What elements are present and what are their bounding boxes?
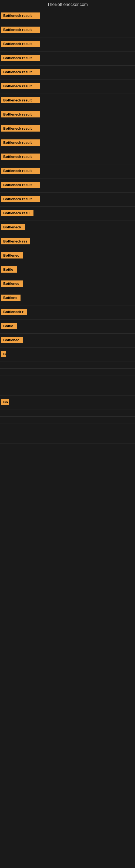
list-item: Bottlenec bbox=[0, 277, 135, 291]
list-item: Bottleneck result bbox=[0, 94, 135, 108]
bottleneck-result-bar[interactable]: Bottleneck result bbox=[1, 83, 40, 89]
list-item: Bottleneck result bbox=[0, 23, 135, 37]
list-item: Bottleneck result bbox=[0, 150, 135, 164]
list-item: Bottleneck result bbox=[0, 66, 135, 80]
bottleneck-result-bar[interactable]: Bottleneck res bbox=[1, 238, 30, 244]
list-item: Bo bbox=[0, 396, 135, 410]
list-item: Bottleneck res bbox=[0, 235, 135, 249]
bottleneck-result-bar[interactable]: Bottleneck result bbox=[1, 41, 40, 47]
bottleneck-result-bar[interactable]: Bottleneck result bbox=[1, 182, 40, 188]
bottleneck-result-bar[interactable]: Bottleneck result bbox=[1, 111, 40, 118]
bottleneck-result-bar[interactable]: Bottle bbox=[1, 323, 17, 329]
bottleneck-result-bar[interactable]: Bottleneck result bbox=[1, 55, 40, 61]
site-title: TheBottlenecker.com bbox=[0, 0, 135, 9]
bottleneck-result-bar[interactable]: Bottleneck result bbox=[1, 154, 40, 160]
list-item: Bottleneck result bbox=[0, 108, 135, 122]
bottleneck-result-bar[interactable]: Bottleneck result bbox=[1, 12, 40, 19]
list-item bbox=[0, 382, 135, 389]
list-item bbox=[0, 410, 135, 416]
list-item: Bottle bbox=[0, 263, 135, 277]
bottleneck-result-bar[interactable]: Bottleneck result bbox=[1, 167, 40, 174]
list-item: Bottleneck result bbox=[0, 9, 135, 23]
bottleneck-result-bar[interactable]: Bottleneck bbox=[1, 224, 25, 230]
list-item: Bottlene bbox=[0, 291, 135, 305]
bottleneck-result-bar[interactable]: Bottleneck result bbox=[1, 196, 40, 202]
list-item bbox=[0, 430, 135, 437]
bottleneck-result-bar[interactable]: Bottlene bbox=[1, 294, 20, 301]
list-item: Bottleneck result bbox=[0, 164, 135, 179]
list-item: B bbox=[0, 348, 135, 362]
list-item bbox=[0, 437, 135, 444]
list-item: Bottleneck result bbox=[0, 37, 135, 52]
list-item: Bottleneck bbox=[0, 221, 135, 235]
list-item bbox=[0, 416, 135, 424]
list-item: Bottleneck result bbox=[0, 179, 135, 193]
list-item: Bottleneck result bbox=[0, 193, 135, 207]
list-item: Bottleneck result bbox=[0, 80, 135, 94]
bottleneck-result-bar[interactable]: B bbox=[1, 351, 6, 357]
list-item bbox=[0, 369, 135, 375]
list-item: Bottlenec bbox=[0, 249, 135, 263]
list-item bbox=[0, 362, 135, 369]
list-item: Bottleneck result bbox=[0, 122, 135, 136]
bottleneck-result-bar[interactable]: Bo bbox=[1, 399, 9, 405]
bottleneck-result-bar[interactable]: Bottlenec bbox=[1, 252, 23, 258]
list-item: Bottleneck result bbox=[0, 136, 135, 150]
bottleneck-result-bar[interactable]: Bottleneck result bbox=[1, 27, 40, 33]
bottleneck-result-bar[interactable]: Bottleneck r bbox=[1, 309, 27, 315]
bottleneck-result-bar[interactable]: Bottlenec bbox=[1, 337, 23, 343]
bottleneck-result-bar[interactable]: Bottleneck result bbox=[1, 97, 40, 103]
list-item bbox=[0, 424, 135, 430]
list-item bbox=[0, 375, 135, 382]
list-item: Bottlenec bbox=[0, 334, 135, 348]
list-item: Bottleneck resu bbox=[0, 207, 135, 221]
list-item bbox=[0, 389, 135, 396]
list-item: Bottle bbox=[0, 319, 135, 334]
bottleneck-result-bar[interactable]: Bottleneck resu bbox=[1, 210, 34, 216]
bottleneck-result-bar[interactable]: Bottlenec bbox=[1, 280, 23, 287]
bottleneck-result-bar[interactable]: Bottleneck result bbox=[1, 140, 40, 146]
bottleneck-result-bar[interactable]: Bottle bbox=[1, 267, 17, 273]
bottleneck-result-bar[interactable]: Bottleneck result bbox=[1, 69, 40, 75]
list-item: Bottleneck r bbox=[0, 305, 135, 319]
bottleneck-result-bar[interactable]: Bottleneck result bbox=[1, 125, 40, 131]
list-item: Bottleneck result bbox=[0, 52, 135, 66]
